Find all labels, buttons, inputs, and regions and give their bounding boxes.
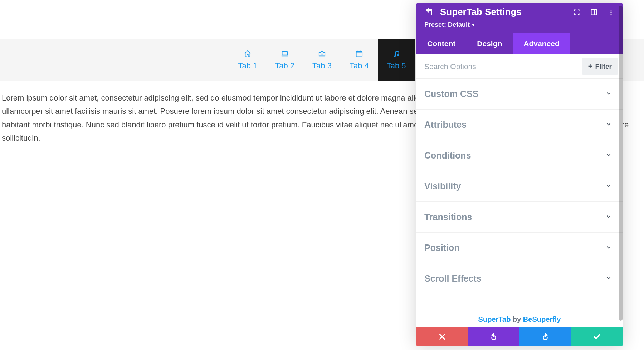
svg-rect-0 xyxy=(282,51,288,55)
tab-4[interactable]: Tab 4 xyxy=(341,39,378,81)
tab-label: Tab 5 xyxy=(387,61,406,71)
option-conditions[interactable]: Conditions xyxy=(416,140,623,171)
cancel-button[interactable] xyxy=(416,327,468,346)
svg-point-6 xyxy=(610,11,611,13)
tab-1[interactable]: Tab 1 xyxy=(229,39,266,81)
chevron-down-icon xyxy=(605,183,612,190)
chevron-down-icon xyxy=(605,213,612,221)
more-icon[interactable] xyxy=(608,9,615,16)
option-custom-css[interactable]: Custom CSS xyxy=(416,79,623,110)
option-visibility[interactable]: Visibility xyxy=(416,171,623,202)
panel-header: SuperTab Settings Preset: Default ▼ xyxy=(416,3,623,33)
option-attributes[interactable]: Attributes xyxy=(416,110,623,140)
option-position[interactable]: Position xyxy=(416,233,623,263)
layout-icon[interactable] xyxy=(590,9,597,16)
back-button[interactable] xyxy=(424,8,434,17)
chevron-down-icon xyxy=(605,275,612,283)
preset-label: Preset: Default xyxy=(424,21,470,29)
option-transitions[interactable]: Transitions xyxy=(416,202,623,233)
fullscreen-icon[interactable] xyxy=(573,9,580,16)
tab-label: Tab 3 xyxy=(312,61,332,71)
chevron-down-icon xyxy=(605,244,612,252)
preset-selector[interactable]: Preset: Default ▼ xyxy=(424,21,615,29)
option-scroll-effects[interactable]: Scroll Effects xyxy=(416,263,623,294)
panel-tabs: Content Design Advanced xyxy=(416,33,623,54)
search-input[interactable] xyxy=(416,55,582,78)
tab-design[interactable]: Design xyxy=(466,33,513,54)
chevron-down-icon xyxy=(605,152,612,160)
search-row: + Filter xyxy=(416,54,623,79)
options-list: Custom CSS Attributes Conditions Visibil… xyxy=(416,79,623,309)
plus-icon: + xyxy=(588,62,592,71)
scrollbar[interactable] xyxy=(619,6,623,321)
credit-company-link[interactable]: BeSuperfly xyxy=(523,315,561,323)
tab-3[interactable]: Tab 3 xyxy=(303,39,341,81)
tab-label: Tab 1 xyxy=(238,61,257,71)
filter-button[interactable]: + Filter xyxy=(582,58,618,75)
camera-icon xyxy=(318,50,326,58)
panel-title: SuperTab Settings xyxy=(440,6,567,18)
calendar-icon xyxy=(355,50,363,58)
action-bar xyxy=(416,327,623,346)
caret-down-icon: ▼ xyxy=(471,23,475,28)
tab-5[interactable]: Tab 5 xyxy=(378,39,415,81)
tab-label: Tab 4 xyxy=(350,61,369,71)
laptop-icon xyxy=(281,50,289,58)
svg-point-3 xyxy=(394,55,395,56)
tab-label: Tab 2 xyxy=(275,61,294,71)
credit-row: SuperTab by BeSuperfly xyxy=(416,309,623,327)
svg-point-4 xyxy=(397,54,399,55)
svg-rect-2 xyxy=(356,51,362,57)
chevron-down-icon xyxy=(605,90,612,98)
redo-button[interactable] xyxy=(519,327,571,346)
undo-button[interactable] xyxy=(468,327,519,346)
tab-advanced[interactable]: Advanced xyxy=(513,33,570,54)
settings-panel: SuperTab Settings Preset: Default ▼ Cont… xyxy=(416,3,623,346)
svg-point-1 xyxy=(321,53,323,55)
chevron-down-icon xyxy=(605,121,612,129)
svg-point-5 xyxy=(610,9,611,10)
home-icon xyxy=(244,50,252,58)
tab-content[interactable]: Content xyxy=(416,33,466,54)
save-button[interactable] xyxy=(571,327,623,346)
music-icon xyxy=(392,50,400,58)
credit-product-link[interactable]: SuperTab xyxy=(478,315,511,323)
tab-2[interactable]: Tab 2 xyxy=(266,39,303,81)
svg-point-7 xyxy=(610,14,611,15)
